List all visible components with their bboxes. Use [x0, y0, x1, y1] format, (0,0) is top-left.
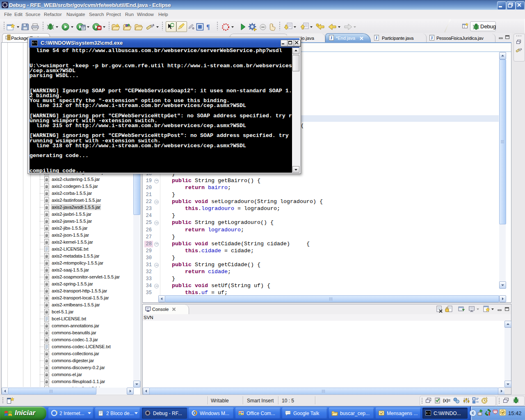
svg-text:C:\: C:\ [426, 412, 431, 415]
svg-text:¶: ¶ [206, 23, 210, 30]
svg-text:J: J [375, 36, 377, 40]
svg-text:J: J [431, 36, 433, 40]
svg-text:J: J [330, 36, 332, 40]
